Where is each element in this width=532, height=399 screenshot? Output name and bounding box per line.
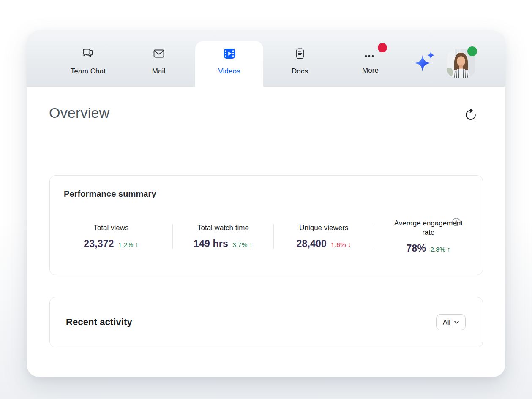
- metric-label: Unique viewers: [299, 223, 348, 233]
- metric-delta: 2.8% ↑: [430, 246, 450, 253]
- activity-filter-dropdown[interactable]: All: [436, 314, 466, 330]
- tab-label: Videos: [218, 67, 240, 76]
- metric-total-views: Total views 23,372 1.2% ↑: [50, 223, 172, 250]
- tab-more[interactable]: More: [335, 30, 406, 87]
- metrics-row: Total views 23,372 1.2% ↑ Total watch ti…: [50, 211, 483, 262]
- tab-label: Team Chat: [71, 67, 106, 76]
- metric-label: Total views: [93, 223, 128, 233]
- chat-bubbles-icon: [82, 47, 95, 62]
- tab-mail[interactable]: Mail: [123, 30, 194, 87]
- metric-unique-viewers: Unique viewers 28,400 1.6% ↓: [274, 223, 374, 250]
- arrow-up-icon: ↑: [249, 241, 253, 248]
- app-window: Team Chat Mail: [27, 30, 505, 377]
- metric-delta: 1.6% ↓: [331, 241, 351, 249]
- tab-label: Mail: [152, 67, 166, 76]
- chevron-down-icon: [454, 321, 459, 324]
- tab-docs[interactable]: Docs: [265, 30, 335, 87]
- filter-value: All: [443, 318, 450, 326]
- metric-average-engagement-rate: Average engagement rate 78% 2.8% ↑: [374, 219, 483, 254]
- mail-icon: [153, 47, 165, 62]
- arrow-down-icon: ↓: [348, 241, 351, 248]
- ellipsis-icon: [363, 47, 378, 62]
- metric-value: 28,400: [297, 238, 327, 250]
- arrow-up-icon: ↑: [135, 241, 139, 248]
- metric-delta: 3.7% ↑: [232, 241, 253, 249]
- user-avatar[interactable]: [447, 49, 475, 78]
- notification-badge: [378, 43, 387, 52]
- tab-label: More: [362, 66, 379, 75]
- nav-tabs: Team Chat Mail: [53, 30, 406, 87]
- performance-summary-title: Performance summary: [64, 189, 156, 199]
- arrow-up-icon: ↑: [447, 246, 450, 253]
- top-navbar: Team Chat Mail: [27, 30, 505, 87]
- nav-right-cluster: [413, 30, 475, 87]
- metric-label: Total watch time: [197, 223, 249, 233]
- metric-value: 149 hrs: [194, 238, 228, 250]
- ai-companion-icon[interactable]: [413, 50, 436, 77]
- metric-delta: 1.2% ↑: [118, 241, 139, 249]
- recent-activity-title: Recent activity: [66, 317, 132, 328]
- tab-label: Docs: [292, 67, 308, 76]
- tab-team-chat[interactable]: Team Chat: [53, 30, 123, 87]
- refresh-icon: [464, 108, 477, 122]
- performance-summary-card: Performance summary Total views 23,372 1…: [49, 175, 483, 275]
- refresh-button[interactable]: [463, 107, 478, 122]
- metric-total-watch-time: Total watch time 149 hrs 3.7% ↑: [173, 223, 273, 250]
- docs-icon: [294, 47, 306, 62]
- info-icon[interactable]: [451, 217, 461, 227]
- videos-icon: [223, 47, 236, 62]
- presence-available-dot: [467, 46, 477, 56]
- page-title: Overview: [49, 105, 109, 121]
- recent-activity-card: Recent activity All: [49, 297, 483, 347]
- tab-videos[interactable]: Videos: [194, 30, 265, 87]
- metric-value: 23,372: [84, 238, 114, 250]
- metric-value: 78%: [407, 243, 426, 254]
